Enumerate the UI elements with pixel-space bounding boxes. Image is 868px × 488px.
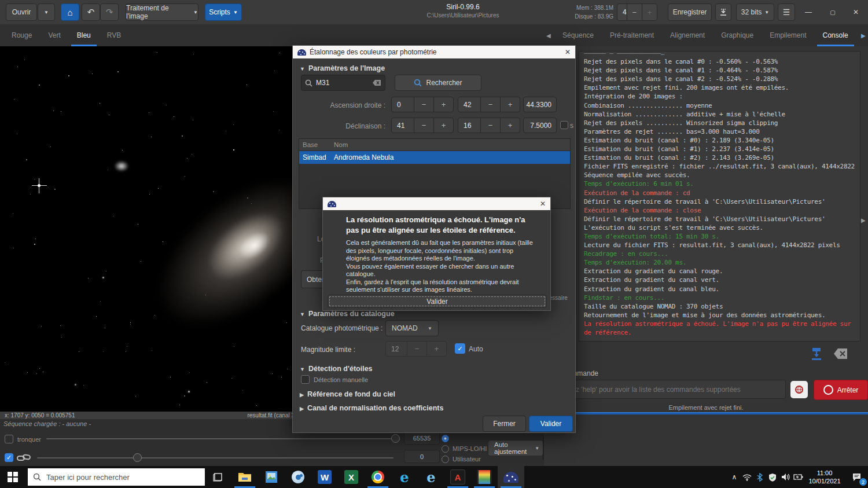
- taskbar-word[interactable]: W: [311, 466, 338, 488]
- tab-graphique[interactable]: Graphique: [713, 24, 762, 46]
- taskbar-photos[interactable]: [258, 466, 285, 488]
- minus-icon[interactable]: −: [414, 97, 433, 112]
- command-input[interactable]: [554, 380, 786, 399]
- bit-depth-button[interactable]: 32 bits▼: [736, 3, 774, 21]
- dec-seconds-field[interactable]: 7.5000: [523, 118, 557, 133]
- plus-icon[interactable]: +: [500, 97, 520, 112]
- tab-console[interactable]: Console: [815, 24, 856, 46]
- section-image-parameters[interactable]: ▼Paramètres de l'Image: [300, 64, 385, 72]
- dec-degrees-stepper[interactable]: 41−+: [391, 118, 454, 133]
- dialog-close-button[interactable]: Fermer: [483, 416, 526, 432]
- taskbar-film-viewer[interactable]: [471, 466, 498, 488]
- tray-chevron-up-icon[interactable]: ∧: [728, 466, 741, 488]
- notification-center-button[interactable]: 2: [845, 466, 868, 488]
- auto-magnitude-checkbox[interactable]: ✓: [455, 343, 465, 354]
- tab-bleu[interactable]: Bleu: [69, 24, 99, 46]
- plus-icon[interactable]: +: [433, 118, 453, 133]
- search-button[interactable]: Rechercher: [395, 75, 481, 91]
- display-mode-radio-user[interactable]: [442, 456, 449, 463]
- taskbar-acrobat[interactable]: A: [444, 466, 471, 488]
- section-catalog-parameters[interactable]: ▼Paramètres du catalogue: [300, 310, 395, 318]
- taskbar-search-box[interactable]: Taper ici pour rechercher: [28, 468, 205, 486]
- taskbar-cortana[interactable]: [285, 466, 311, 488]
- scripts-help-button[interactable]: [790, 381, 808, 398]
- autoadjust-dropdown[interactable]: Auto ajustement▼: [488, 440, 543, 456]
- ra-seconds-field[interactable]: 44.3300: [523, 97, 557, 112]
- image-number-stepper[interactable]: 4 − +: [617, 3, 657, 21]
- minimize-button[interactable]: —: [800, 3, 817, 21]
- stop-button[interactable]: Arrêter: [814, 380, 868, 400]
- home-button[interactable]: ⌂: [61, 3, 79, 21]
- console-scroll-right-icon[interactable]: ▶: [861, 217, 866, 223]
- volume-icon[interactable]: [779, 466, 792, 488]
- taskbar-explorer[interactable]: [231, 466, 258, 488]
- open-button[interactable]: Ouvrir: [6, 3, 37, 21]
- tab-rvb[interactable]: RVB: [99, 24, 129, 46]
- minus-icon[interactable]: −: [480, 97, 500, 112]
- error-ok-button[interactable]: Valider: [328, 295, 547, 308]
- image-processing-menu-button[interactable]: Traitement de l'image▼: [126, 3, 198, 21]
- lo-slider[interactable]: [37, 457, 393, 458]
- taskbar-clock[interactable]: 11:00 10/01/2021: [804, 469, 845, 485]
- link-channels-checkbox[interactable]: ✓: [5, 453, 13, 462]
- wifi-icon[interactable]: [741, 466, 753, 488]
- dialog-titlebar[interactable]: Étalonnage des couleurs par photométrie …: [293, 46, 575, 58]
- section-background-reference[interactable]: ▶Référence de fond du ciel: [300, 390, 395, 398]
- ra-minutes-stepper[interactable]: 42−+: [458, 97, 520, 112]
- south-checkbox[interactable]: [560, 121, 568, 129]
- battery-icon[interactable]: [792, 466, 804, 488]
- hi-slider-handle[interactable]: [391, 434, 400, 443]
- taskbar-chrome[interactable]: [365, 466, 391, 488]
- object-search-field[interactable]: M31: [301, 75, 385, 91]
- tab-pr-traitement[interactable]: Pré-traitement: [602, 24, 662, 46]
- scripts-menu-button[interactable]: Scripts▼: [205, 3, 242, 21]
- table-row[interactable]: SimbadAndromeda Nebula: [299, 151, 570, 164]
- minus-icon[interactable]: −: [627, 4, 642, 20]
- tab-empilement[interactable]: Empilement: [762, 24, 814, 46]
- save-button[interactable]: Enregistrer: [668, 3, 712, 21]
- section-normalisation-channel[interactable]: ▶Canal de normalisation des coefficients: [300, 404, 443, 412]
- save-as-button[interactable]: [715, 3, 731, 21]
- taskbar-edge[interactable]: e: [391, 466, 418, 488]
- ra-hours-stepper[interactable]: 0−+: [391, 97, 454, 112]
- open-dropdown-button[interactable]: ▼: [38, 3, 55, 21]
- lo-value-field[interactable]: 0: [404, 450, 440, 463]
- task-view-button[interactable]: [205, 466, 231, 488]
- dialog-close-icon[interactable]: ✕: [565, 48, 571, 56]
- close-button[interactable]: ✕: [847, 3, 865, 21]
- error-dialog-close-icon[interactable]: ✕: [540, 200, 546, 208]
- truncate-checkbox[interactable]: [5, 435, 13, 443]
- dec-minutes-stepper[interactable]: 16−+: [458, 118, 520, 133]
- manual-detection-checkbox[interactable]: [301, 375, 310, 384]
- lo-slider-handle[interactable]: [133, 453, 142, 462]
- taskbar-excel[interactable]: X: [338, 466, 365, 488]
- taskbar-ie[interactable]: e: [418, 466, 444, 488]
- hi-slider[interactable]: [46, 438, 393, 439]
- hamburger-menu-button[interactable]: ☰: [778, 3, 795, 21]
- bluetooth-icon[interactable]: [753, 466, 766, 488]
- tabs-scroll-right-icon[interactable]: ▶: [861, 32, 866, 39]
- dialog-apply-button[interactable]: Valider: [529, 416, 573, 432]
- redo-button[interactable]: ↷: [100, 3, 119, 21]
- clear-search-icon[interactable]: [373, 79, 381, 86]
- console-output[interactable]: —————— — ————————————…Rejet des pixels d…: [579, 51, 860, 342]
- plus-icon[interactable]: +: [642, 4, 657, 20]
- plus-icon[interactable]: +: [500, 118, 520, 133]
- tabs-scroll-left-icon[interactable]: ◀: [546, 32, 551, 39]
- start-button[interactable]: [0, 466, 25, 488]
- maximize-button[interactable]: ▢: [824, 3, 841, 21]
- taskbar-siril[interactable]: [498, 466, 524, 488]
- section-star-detection[interactable]: ▼Détection d'étoiles: [300, 365, 373, 373]
- undo-button[interactable]: ↶: [82, 3, 100, 21]
- magnitude-stepper[interactable]: 12−+: [385, 341, 447, 357]
- tab-rouge[interactable]: Rouge: [3, 24, 40, 46]
- export-log-button[interactable]: [809, 346, 824, 361]
- tab-alignement[interactable]: Alignement: [662, 24, 713, 46]
- clear-console-button[interactable]: [833, 347, 848, 360]
- tab-s-quence[interactable]: Séquence: [554, 24, 602, 46]
- catalog-dropdown[interactable]: NOMAD▼: [385, 320, 439, 336]
- security-shield-icon[interactable]: [766, 466, 779, 488]
- display-mode-radio-mips[interactable]: [442, 445, 449, 453]
- display-mode-radio-linear[interactable]: [442, 435, 449, 442]
- tab-vert[interactable]: Vert: [40, 24, 68, 46]
